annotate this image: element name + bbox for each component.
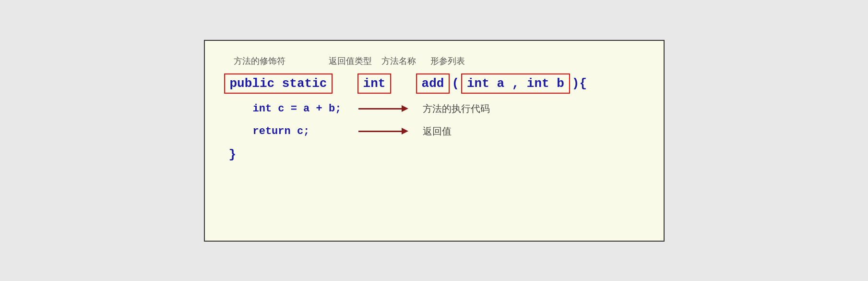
body-line-1: int c = a + b; 方法的执行代码 xyxy=(224,102,644,115)
modifier-boxed: public static xyxy=(224,73,333,94)
gap-spacer2 xyxy=(391,74,410,93)
arrow-1 xyxy=(358,105,408,112)
annotation-1: 方法的执行代码 xyxy=(423,102,490,115)
params-label: 形参列表 xyxy=(430,55,465,67)
method-name-label: 方法名称 xyxy=(381,55,416,67)
diagram-container: 方法的修饰符 返回值类型 方法名称 形参列表 public static int… xyxy=(204,40,665,242)
body-section: int c = a + b; 方法的执行代码 return c; 返回值 xyxy=(224,102,644,138)
annotation-2: 返回值 xyxy=(423,125,452,138)
arrow-head-2 xyxy=(402,128,408,134)
code-signature-line: public static int add ( int a , int b ){ xyxy=(224,73,644,94)
close-brace: ){ xyxy=(570,74,589,93)
return-type-label: 返回值类型 xyxy=(329,55,372,67)
body-code-2: return c; xyxy=(253,125,349,137)
body-code-1: int c = a + b; xyxy=(253,103,349,115)
arrow-head-1 xyxy=(402,105,408,112)
return-type-boxed: int xyxy=(357,73,392,94)
gap-spacer xyxy=(333,74,351,93)
method-name-boxed: add xyxy=(416,73,450,94)
arrow-line-1 xyxy=(358,108,402,110)
arrow-shape-1 xyxy=(358,105,408,112)
open-paren: ( xyxy=(450,74,461,93)
arrow-2 xyxy=(358,128,408,134)
labels-row: 方法的修饰符 返回值类型 方法名称 形参列表 xyxy=(224,55,644,67)
body-line-2: return c; 返回值 xyxy=(224,125,644,138)
arrow-shape-2 xyxy=(358,128,408,134)
arrow-line-2 xyxy=(358,131,402,132)
params-boxed: int a , int b xyxy=(461,73,570,94)
closing-brace: } xyxy=(224,147,644,162)
modifier-label: 方法的修饰符 xyxy=(234,55,285,67)
